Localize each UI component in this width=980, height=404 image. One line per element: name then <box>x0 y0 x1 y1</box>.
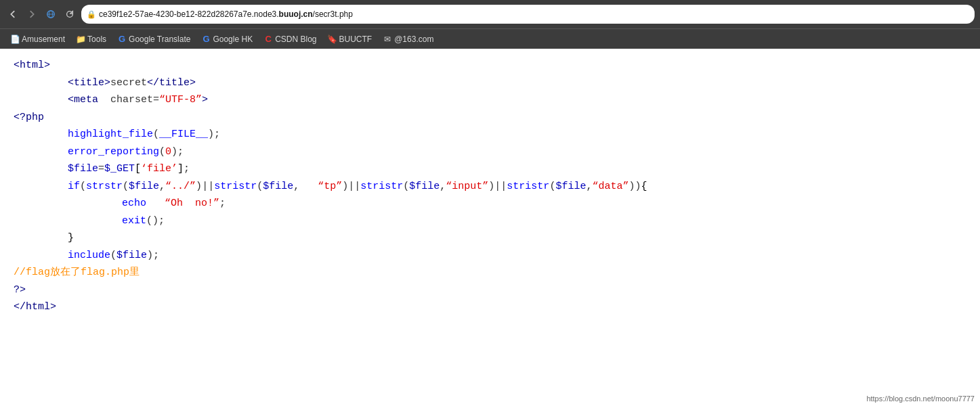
bookmark-google-translate[interactable]: G Google Translate <box>112 33 195 45</box>
bookmarks-bar: 📄 Amusement 📁 Tools G Google Translate G… <box>0 28 980 49</box>
code-html-close: </html> <box>14 298 966 316</box>
favicon-button[interactable] <box>43 7 58 22</box>
browser-chrome: 🔒 ce39f1e2-57ae-4230-be12-822d28267a7e.n… <box>0 0 980 49</box>
bookmark-tools-label: Tools <box>87 35 106 44</box>
google-hk-icon: G <box>201 35 211 44</box>
bookmark-amusement[interactable]: 📄 Amusement <box>5 33 70 45</box>
bookmark-163-label: @163.com <box>394 35 433 44</box>
bookmark-amusement-label: Amusement <box>22 35 65 44</box>
code-comment: //flag放在了flag.php里 <box>14 264 966 282</box>
code-echo: echo “Oh no!”; <box>14 195 966 212</box>
reload-button[interactable] <box>62 7 77 22</box>
url-domain: buuoj.cn <box>279 9 313 19</box>
favicon-icon <box>46 9 56 19</box>
status-bar: https://blog.csdn.net/moonu7777 <box>861 393 980 404</box>
code-file-get: $file=$_GET[‘file’]; <box>14 160 966 178</box>
page-content: <html> <title>secret</title> <meta chars… <box>0 49 980 324</box>
url-path: /secr3t.php <box>313 9 353 19</box>
bookmark-buuctf[interactable]: 🔖 BUUCTF <box>323 33 377 45</box>
back-icon <box>8 9 18 19</box>
bookmark-google-hk-label: Google HK <box>213 35 253 44</box>
csdn-icon: C <box>263 35 273 44</box>
nav-bar: 🔒 ce39f1e2-57ae-4230-be12-822d28267a7e.n… <box>0 0 980 28</box>
bookmark-buuctf-label: BUUCTF <box>339 35 372 44</box>
forward-button[interactable] <box>24 7 39 22</box>
url-text: ce39f1e2-57ae-4230-be12-822d28267a7e.nod… <box>99 9 969 19</box>
url-pre: ce39f1e2-57ae-4230-be12-822d28267a7e.nod… <box>99 9 279 19</box>
bookmark-google-translate-label: Google Translate <box>129 35 190 44</box>
code-if-statement: if(strstr($file,“../”)||stristr($file, “… <box>14 178 966 196</box>
code-html-open: <html> <box>14 57 966 74</box>
address-bar[interactable]: 🔒 ce39f1e2-57ae-4230-be12-822d28267a7e.n… <box>81 5 975 24</box>
163-icon: ✉ <box>383 35 392 44</box>
code-meta: <meta charset=“UTF-8”> <box>14 91 966 109</box>
code-php-close: ?> <box>14 282 966 299</box>
bookmark-tools[interactable]: 📁 Tools <box>71 33 111 45</box>
buuctf-icon: 🔖 <box>328 35 337 44</box>
amusement-icon: 📄 <box>10 35 20 44</box>
code-highlight-file: highlight_file(__FILE__); <box>14 126 966 143</box>
back-button[interactable] <box>5 7 20 22</box>
forward-icon <box>27 9 37 19</box>
code-php-open: <?php <box>14 109 966 127</box>
bookmark-google-hk[interactable]: G Google HK <box>196 33 257 45</box>
reload-icon <box>65 9 74 19</box>
lock-icon: 🔒 <box>87 10 96 19</box>
status-url: https://blog.csdn.net/moonu7777 <box>866 395 975 403</box>
code-include: include($file); <box>14 247 966 265</box>
code-title: <title>secret</title> <box>14 74 966 92</box>
bookmark-163[interactable]: ✉ @163.com <box>378 33 438 45</box>
code-exit: exit(); <box>14 212 966 230</box>
code-error-reporting: error_reporting(0); <box>14 143 966 161</box>
code-close-brace: } <box>14 229 966 247</box>
bookmark-csdn-label: CSDN Blog <box>275 35 316 44</box>
bookmark-csdn[interactable]: C CSDN Blog <box>259 33 321 45</box>
tools-icon: 📁 <box>76 35 85 44</box>
google-translate-icon: G <box>117 35 127 44</box>
